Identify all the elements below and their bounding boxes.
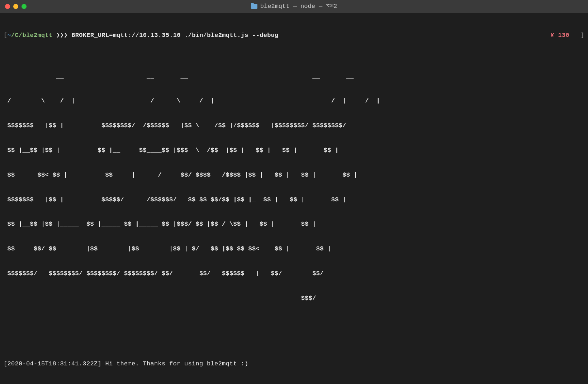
window-title-text: ble2mqtt — node — ⌥⌘2 — [260, 3, 337, 11]
ascii-line: / \ / | / \ / | / | / | — [4, 97, 584, 105]
window-title: ble2mqtt — node — ⌥⌘2 — [251, 3, 337, 11]
ascii-line: $$$/ — [4, 294, 584, 303]
folder-icon — [251, 4, 257, 9]
ascii-line: $$ $$/ $$ |$$ |$$ |$$ | $/ $$ |$$ $$ $$<… — [4, 245, 584, 253]
prompt-tilde: ~ — [8, 32, 11, 39]
prompt-line: [~/C/ble2mqtt ❯❯❯ BROKER_URL=mqtt://10.1… — [4, 32, 584, 40]
ascii-line: $$$$$$$ |$$ | $$$$$/ /$$$$$$/ $$ $$ $$/$… — [4, 196, 584, 204]
prompt-command: BROKER_URL=mqtt://10.13.35.10 ./bin/ble2… — [71, 32, 279, 39]
close-button[interactable] — [5, 4, 10, 9]
blank-line — [4, 336, 584, 344]
minimize-button[interactable] — [13, 4, 18, 9]
terminal-content[interactable]: [~/C/ble2mqtt ❯❯❯ BROKER_URL=mqtt://10.1… — [0, 13, 588, 384]
maximize-button[interactable] — [22, 4, 27, 9]
titlebar: ble2mqtt — node — ⌥⌘2 — [0, 0, 588, 13]
ascii-line: $$ $$< $$ | $$ | / $$/ $$$$ /$$$$ |$$ | … — [4, 171, 584, 179]
ascii-line: $$$$$$$/ $$$$$$$$/ $$$$$$$$/ $$$$$$$$/ $… — [4, 270, 584, 278]
error-x-icon: ✘ — [550, 32, 554, 39]
log-line: [2020-04-15T18:31:41.322Z] Hi there. Tha… — [4, 360, 584, 368]
prompt-path: /C/ble2mqtt — [11, 32, 53, 39]
bracket-close: ] — [580, 32, 584, 39]
prompt-chevrons: ❯❯❯ — [53, 32, 72, 39]
traffic-lights — [5, 4, 27, 9]
ascii-line: $$$$$$$ |$$ | $$$$$$$$/ /$$$$$$ |$$ \ /$… — [4, 122, 584, 130]
bracket-open: [ — [4, 32, 8, 39]
ascii-line: $$ |__$$ |$$ |_____ $$ |_____ $$ |_____ … — [4, 220, 584, 229]
ascii-line: __ __ __ __ __ — [4, 73, 584, 81]
prompt-left: [~/C/ble2mqtt ❯❯❯ BROKER_URL=mqtt://10.1… — [4, 32, 279, 40]
exit-code: 130 — [558, 32, 569, 39]
ascii-art-banner: __ __ __ __ __ / \ / | / \ / | / | / | $… — [4, 56, 584, 319]
prompt-right: ✘ 130 ] — [550, 32, 584, 40]
ascii-line: $$ |__$$ |$$ | $$ |__ $$____$$ |$$$ \ /$… — [4, 147, 584, 155]
